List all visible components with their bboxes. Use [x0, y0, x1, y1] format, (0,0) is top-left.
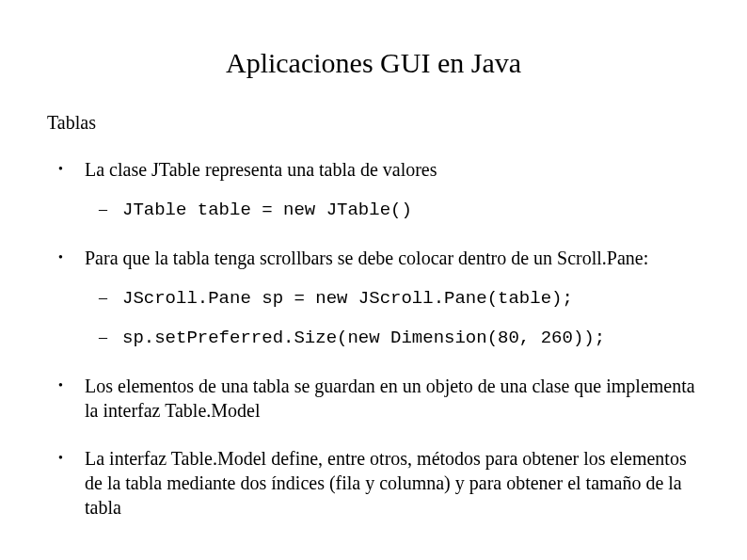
slide-title: Aplicaciones GUI en Java — [47, 47, 700, 79]
list-item: Para que la tabla tenga scrollbars se de… — [47, 246, 700, 350]
slide-subtitle: Tablas — [47, 112, 700, 134]
code-item: JScroll.Pane sp = new JScroll.Pane(table… — [85, 287, 700, 311]
sub-bullet-list: JTable table = new JTable() — [85, 199, 700, 222]
main-bullet-list: La clase JTable representa una tabla de … — [47, 157, 700, 520]
list-item: La clase JTable representa una tabla de … — [47, 157, 700, 222]
list-item: La interfaz Table.Model define, entre ot… — [47, 446, 700, 520]
bullet-text: La interfaz Table.Model define, entre ot… — [85, 448, 687, 518]
code-item: JTable table = new JTable() — [85, 199, 700, 222]
sub-bullet-list: JScroll.Pane sp = new JScroll.Pane(table… — [85, 287, 700, 350]
bullet-text: Para que la tabla tenga scrollbars se de… — [85, 248, 648, 268]
bullet-text: Los elementos de una tabla se guardan en… — [85, 376, 695, 421]
bullet-text: La clase JTable representa una tabla de … — [85, 159, 437, 180]
code-item: sp.setPreferred.Size(new Dimension(80, 2… — [85, 327, 700, 350]
list-item: Los elementos de una tabla se guardan en… — [47, 374, 700, 423]
